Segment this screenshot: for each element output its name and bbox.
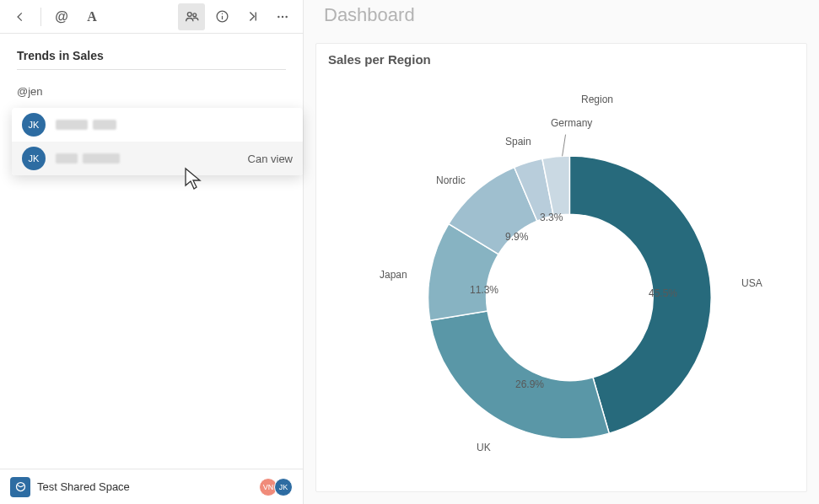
slice-pct-spain: 3.3% — [540, 212, 563, 223]
mention-suggestions: JK JK Can view — [12, 108, 303, 175]
space-footer: Test Shared Space VN JK — [0, 469, 303, 504]
space-members[interactable]: VN JK — [262, 478, 293, 496]
go-to-end-button[interactable] — [239, 3, 266, 30]
svg-point-4 — [221, 13, 222, 14]
slice-label-spain: Spain — [505, 136, 531, 147]
slice-label-japan: Japan — [380, 269, 407, 281]
leader-line — [563, 135, 566, 157]
space-name[interactable]: Test Shared Space — [37, 480, 130, 493]
info-button[interactable] — [208, 3, 235, 30]
notes-toolbar: @ A — [0, 0, 303, 34]
slice-pct-uk: 26.9% — [515, 378, 544, 390]
redacted-name — [56, 120, 116, 130]
avatar: JK — [22, 113, 46, 137]
slice-pct-nordic: 9.9% — [505, 231, 528, 243]
page-title: Dashboard — [324, 4, 415, 26]
note-title: Trends in Sales — [17, 49, 286, 70]
mention-suggestion-item[interactable]: JK — [12, 108, 303, 142]
donut-slice-uk[interactable] — [430, 311, 609, 439]
mention-button[interactable]: @ — [48, 3, 75, 30]
slice-label-germany: Germany — [551, 117, 592, 129]
share-people-button[interactable] — [178, 3, 205, 30]
slice-label-nordic: Nordic — [436, 174, 466, 186]
legend-title: Region — [581, 94, 613, 105]
svg-point-1 — [193, 13, 197, 16]
main-content: Dashboard Sales per Region Region USA UK… — [304, 0, 819, 504]
svg-point-7 — [282, 15, 283, 17]
notes-panel: @ A — [0, 0, 304, 504]
text-format-button[interactable]: A — [78, 3, 105, 30]
svg-point-8 — [285, 15, 287, 17]
slice-label-usa: USA — [741, 277, 762, 289]
more-options-button[interactable] — [269, 3, 296, 30]
donut-chart[interactable]: Region USA UK Japan Nordic Spain Germany… — [328, 67, 795, 479]
redacted-name — [56, 153, 120, 164]
slice-pct-japan: 11.3% — [470, 284, 498, 296]
chart-card: Sales per Region Region USA UK Japan Nor… — [315, 43, 807, 492]
space-icon — [10, 477, 30, 497]
back-button[interactable] — [7, 3, 34, 30]
member-avatar: JK — [274, 478, 293, 496]
svg-point-0 — [187, 12, 191, 16]
svg-point-6 — [277, 15, 279, 17]
mention-suggestion-item[interactable]: JK Can view — [12, 142, 303, 175]
slice-pct-usa: 45.5% — [649, 287, 677, 299]
chart-title: Sales per Region — [328, 52, 795, 67]
avatar: JK — [22, 147, 46, 170]
mention-input[interactable]: @jen — [17, 85, 286, 98]
separator — [40, 8, 41, 26]
permission-label: Can view — [248, 153, 293, 165]
slice-label-uk: UK — [477, 442, 491, 453]
